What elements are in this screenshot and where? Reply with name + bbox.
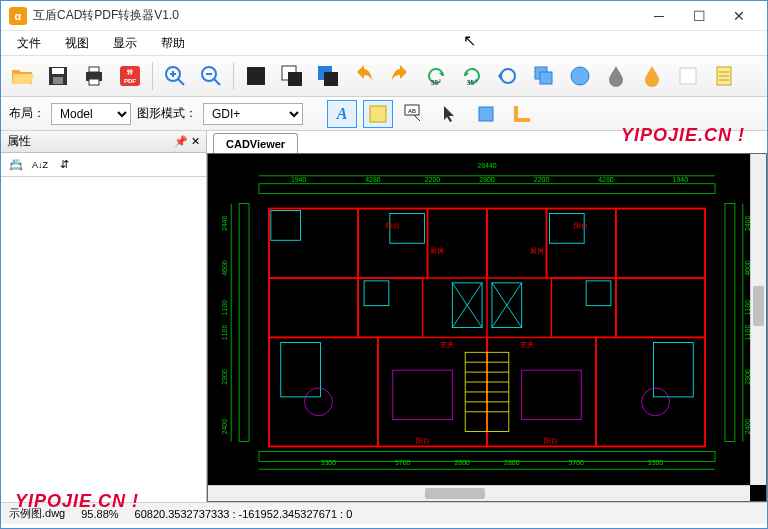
svg-rect-45: [269, 209, 358, 278]
main-toolbar: 转PDF 35° 35°: [1, 55, 767, 97]
angle-tool-button[interactable]: [507, 100, 537, 128]
prop-sort-other-button[interactable]: ⇵: [53, 155, 75, 175]
svg-text:转: 转: [126, 68, 133, 76]
svg-rect-26: [680, 68, 696, 84]
svg-rect-2: [53, 77, 63, 84]
svg-text:1100: 1100: [221, 300, 228, 316]
window-title: 互盾CAD转PDF转换器V1.0: [33, 7, 179, 24]
svg-rect-38: [725, 204, 735, 442]
svg-text:阳台: 阳台: [386, 222, 400, 229]
rect-yellow-button[interactable]: [363, 100, 393, 128]
svg-rect-65: [271, 211, 301, 241]
svg-rect-70: [364, 281, 389, 306]
svg-rect-80: [393, 370, 452, 420]
app-icon: α: [9, 7, 27, 25]
svg-line-14: [214, 79, 220, 85]
svg-rect-54: [616, 209, 705, 278]
circle-blue-button[interactable]: [563, 59, 597, 93]
svg-text:2400: 2400: [221, 419, 228, 435]
svg-text:4280: 4280: [598, 176, 614, 183]
drop-orange-button[interactable]: [635, 59, 669, 93]
properties-title: 属性: [7, 133, 31, 150]
svg-rect-4: [89, 67, 99, 72]
convert-pdf-button[interactable]: 转PDF: [113, 59, 147, 93]
svg-rect-24: [540, 72, 552, 84]
redo-button[interactable]: [383, 59, 417, 93]
cursor-tool-button[interactable]: [435, 100, 465, 128]
svg-text:4600: 4600: [221, 260, 228, 276]
prop-sort-category-button[interactable]: 📇: [5, 155, 27, 175]
svg-text:35°: 35°: [467, 79, 478, 86]
maximize-button[interactable]: ☐: [679, 2, 719, 30]
graphics-mode-select[interactable]: GDI+: [203, 103, 303, 125]
svg-point-25: [571, 67, 589, 85]
prop-sort-alpha-button[interactable]: A↓Z: [29, 155, 51, 175]
svg-text:2200: 2200: [425, 176, 441, 183]
menu-bar: 文件 视图 显示 帮助: [1, 31, 767, 55]
layout-select[interactable]: Model: [51, 103, 131, 125]
svg-text:3300: 3300: [321, 459, 337, 466]
square-blue-button[interactable]: [471, 100, 501, 128]
svg-text:2800: 2800: [454, 459, 470, 466]
vertical-scrollbar[interactable]: [750, 154, 766, 485]
minimize-button[interactable]: ─: [639, 2, 679, 30]
floor-plan-drawing: 28440 1940 4280 2200 2800 2200 4280 1940…: [208, 154, 766, 501]
drop-gray-button[interactable]: [599, 59, 633, 93]
svg-rect-16: [247, 67, 265, 85]
rotate-button[interactable]: [491, 59, 525, 93]
svg-text:玄关: 玄关: [520, 341, 534, 348]
svg-rect-5: [89, 79, 99, 85]
menu-file[interactable]: 文件: [7, 33, 51, 54]
open-file-button[interactable]: [5, 59, 39, 93]
svg-text:1940: 1940: [291, 176, 307, 183]
svg-rect-35: [259, 184, 715, 194]
background-color-button[interactable]: [311, 59, 345, 93]
tab-cadviewer[interactable]: CADViewer: [213, 133, 298, 153]
zoom-out-button[interactable]: [194, 59, 228, 93]
blank-tool-button[interactable]: [671, 59, 705, 93]
svg-text:35°: 35°: [431, 79, 442, 86]
svg-text:AB: AB: [408, 108, 416, 114]
svg-rect-55: [551, 278, 615, 337]
svg-rect-34: [479, 107, 493, 121]
print-button[interactable]: [77, 59, 111, 93]
svg-text:2300: 2300: [221, 369, 228, 385]
close-button[interactable]: ✕: [719, 2, 759, 30]
rotate-left-35-button[interactable]: 35°: [419, 59, 453, 93]
svg-rect-48: [269, 278, 358, 337]
svg-line-10: [178, 79, 184, 85]
rotate-right-35-button[interactable]: 35°: [455, 59, 489, 93]
pin-icon[interactable]: 📌 ✕: [174, 135, 200, 148]
secondary-toolbar: 布局： Model 图形模式： GDI+ A AB: [1, 97, 767, 131]
text-tool-a-button[interactable]: A: [327, 100, 357, 128]
zoom-in-button[interactable]: [158, 59, 192, 93]
menu-display[interactable]: 显示: [103, 33, 147, 54]
notepad-button[interactable]: [707, 59, 741, 93]
save-button[interactable]: [41, 59, 75, 93]
background-black-button[interactable]: [239, 59, 273, 93]
svg-text:阳台: 阳台: [544, 437, 558, 444]
layout-label: 布局：: [9, 105, 45, 122]
svg-text:厨房: 厨房: [430, 247, 444, 254]
layers-button[interactable]: [527, 59, 561, 93]
status-zoom: 95.88%: [81, 508, 118, 520]
undo-button[interactable]: [347, 59, 381, 93]
menu-view[interactable]: 视图: [55, 33, 99, 54]
svg-text:5760: 5760: [395, 459, 411, 466]
cad-canvas[interactable]: 28440 1940 4280 2200 2800 2200 4280 1940…: [207, 153, 767, 502]
svg-text:3300: 3300: [648, 459, 664, 466]
graphics-mode-label: 图形模式：: [137, 105, 197, 122]
svg-point-83: [642, 388, 670, 416]
svg-rect-31: [370, 106, 386, 122]
background-bw-button[interactable]: [275, 59, 309, 93]
properties-body: [1, 177, 206, 502]
svg-text:5760: 5760: [569, 459, 585, 466]
status-bar: 示例图.dwg 95.88% 60820.3532737333 : -16195…: [1, 502, 767, 524]
horizontal-scrollbar[interactable]: [208, 485, 750, 501]
svg-rect-50: [269, 337, 378, 446]
menu-help[interactable]: 帮助: [151, 33, 195, 54]
annotate-abc-button[interactable]: AB: [399, 100, 429, 128]
svg-rect-52: [487, 209, 546, 278]
svg-text:2440: 2440: [221, 216, 228, 232]
svg-rect-58: [596, 337, 705, 446]
